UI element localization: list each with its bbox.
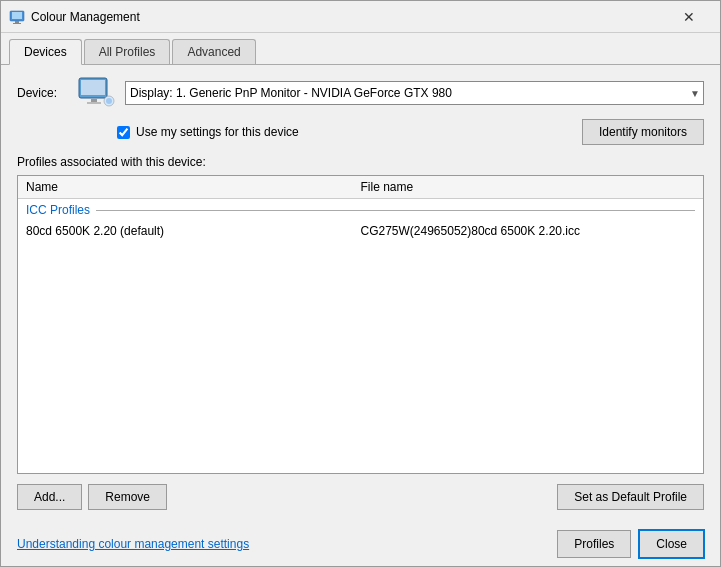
- use-settings-label: Use my settings for this device: [136, 125, 299, 139]
- profile-filename: CG275W(24965052)80cd 6500K 2.20.icc: [361, 224, 696, 238]
- svg-rect-1: [12, 12, 22, 19]
- identify-monitors-button[interactable]: Identify monitors: [582, 119, 704, 145]
- device-label: Device:: [17, 86, 67, 100]
- svg-rect-2: [15, 21, 19, 23]
- profiles-table: Name File name ICC Profiles 80cd 6500K 2…: [17, 175, 704, 474]
- svg-rect-7: [87, 102, 101, 104]
- svg-point-9: [106, 98, 112, 104]
- monitor-icon: [77, 77, 115, 109]
- profiles-close-row: Profiles Close: [557, 530, 704, 558]
- window-title: Colour Management: [31, 10, 140, 24]
- profiles-section: Profiles associated with this device: Na…: [17, 155, 704, 474]
- col-name-header: Name: [26, 180, 361, 194]
- close-button[interactable]: Close: [639, 530, 704, 558]
- remove-button[interactable]: Remove: [88, 484, 167, 510]
- table-body: ICC Profiles 80cd 6500K 2.20 (default) C…: [18, 199, 703, 473]
- title-bar-left: Colour Management: [9, 9, 140, 25]
- checkbox-row: Use my settings for this device Identify…: [117, 119, 704, 145]
- main-content: Device: Display: 1. Generic PnP Monitor …: [1, 64, 720, 522]
- colour-management-window: Colour Management ✕ Devices All Profiles…: [0, 0, 721, 567]
- action-left-buttons: Add... Remove: [17, 484, 167, 510]
- tab-bar: Devices All Profiles Advanced: [1, 33, 720, 64]
- svg-rect-6: [91, 99, 97, 102]
- device-row: Device: Display: 1. Generic PnP Monitor …: [17, 77, 704, 109]
- device-icon-wrap: [77, 77, 115, 109]
- window-icon: [9, 9, 25, 25]
- title-controls: ✕: [666, 7, 712, 27]
- bottom-bar: Understanding colour management settings…: [1, 522, 720, 566]
- use-settings-checkbox[interactable]: [117, 126, 130, 139]
- help-link[interactable]: Understanding colour management settings: [17, 537, 249, 551]
- table-header: Name File name: [18, 176, 703, 199]
- svg-rect-5: [81, 80, 105, 95]
- table-row[interactable]: 80cd 6500K 2.20 (default) CG275W(2496505…: [18, 221, 703, 241]
- tab-advanced[interactable]: Advanced: [172, 39, 255, 64]
- profile-name: 80cd 6500K 2.20 (default): [26, 224, 361, 238]
- title-bar: Colour Management ✕: [1, 1, 720, 33]
- profiles-associated-title: Profiles associated with this device:: [17, 155, 704, 169]
- tab-devices[interactable]: Devices: [9, 39, 82, 65]
- icc-group-header: ICC Profiles: [18, 199, 703, 221]
- tab-all-profiles[interactable]: All Profiles: [84, 39, 171, 64]
- icc-group-label: ICC Profiles: [26, 203, 90, 217]
- icc-divider-line: [96, 210, 695, 211]
- profiles-button[interactable]: Profiles: [557, 530, 631, 558]
- svg-rect-3: [13, 23, 21, 24]
- device-select[interactable]: Display: 1. Generic PnP Monitor - NVIDIA…: [125, 81, 704, 105]
- set-default-profile-button[interactable]: Set as Default Profile: [557, 484, 704, 510]
- col-filename-header: File name: [361, 180, 696, 194]
- device-select-wrapper[interactable]: Display: 1. Generic PnP Monitor - NVIDIA…: [125, 81, 704, 105]
- window-close-button[interactable]: ✕: [666, 7, 712, 27]
- add-button[interactable]: Add...: [17, 484, 82, 510]
- checkbox-left: Use my settings for this device: [117, 125, 299, 139]
- action-row: Add... Remove Set as Default Profile: [17, 484, 704, 510]
